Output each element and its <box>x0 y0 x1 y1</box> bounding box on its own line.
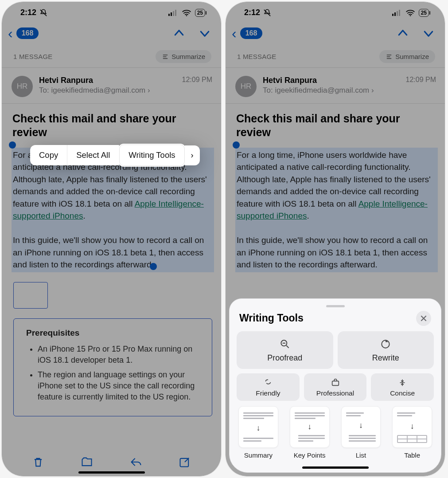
table-icon <box>397 435 427 443</box>
screenshot-right: 2:12 25 ‹ 168 1 MESSAGE Summarize HR Het <box>226 2 445 476</box>
message-body[interactable]: For a long time, iPhone users worldwide … <box>12 148 214 417</box>
proofread-button[interactable]: Proofread <box>237 331 333 369</box>
summarize-button[interactable]: Summarize <box>379 50 435 63</box>
table-label: Table <box>404 451 420 459</box>
wifi-icon <box>405 9 415 16</box>
back-button[interactable]: ‹ <box>232 26 237 40</box>
friendly-icon <box>263 378 273 388</box>
list-button[interactable]: ↓ List <box>341 406 381 459</box>
to-prefix: To: <box>39 86 51 94</box>
writing-tools-menu-item[interactable]: Writing Tools <box>119 145 184 166</box>
summary-button[interactable]: ↓ Summary <box>238 406 278 459</box>
list-label: List <box>356 451 366 459</box>
briefcase-icon <box>331 378 340 388</box>
prereq-title: Prerequisites <box>26 327 204 339</box>
proofread-label: Proofread <box>267 353 302 363</box>
concise-button[interactable]: Concise <box>371 373 434 401</box>
battery-icon: 25 <box>195 9 205 17</box>
professional-label: Professional <box>316 389 354 397</box>
rewrite-button[interactable]: Rewrite <box>338 331 434 369</box>
sender-row[interactable]: HR Hetvi Ranpura 12:09 PM To: igeekified… <box>226 68 445 104</box>
clock: 2:12 <box>244 8 260 17</box>
message-count-label: 1 MESSAGE <box>13 53 53 60</box>
recipient-row[interactable]: To: igeekifiedmedia@gmail.com › <box>263 86 436 95</box>
professional-button[interactable]: Professional <box>304 373 367 401</box>
summarize-label: Summarize <box>395 53 429 60</box>
next-message-button[interactable] <box>422 27 435 40</box>
key-points-button[interactable]: ↓ Key Points <box>290 406 330 459</box>
selection-end-handle[interactable] <box>150 263 157 270</box>
home-indicator[interactable] <box>302 466 369 469</box>
summary-label: Summary <box>244 451 273 459</box>
rewrite-icon <box>380 338 391 350</box>
svg-rect-6 <box>392 14 393 16</box>
to-email: igeekifiedmedia@gmail.com <box>51 86 145 94</box>
concise-label: Concise <box>390 389 415 397</box>
move-button[interactable] <box>80 456 93 468</box>
summarize-label: Summarize <box>171 53 205 60</box>
avatar: HR <box>12 76 33 97</box>
subject: Check this mail and share your review <box>226 104 445 140</box>
image-placeholder <box>13 282 48 309</box>
sender-time: 12:09 PM <box>406 76 436 85</box>
cellular-icon <box>392 10 402 16</box>
selection-start-handle[interactable] <box>233 141 240 149</box>
summarize-icon <box>386 53 393 60</box>
message-body[interactable]: For a long time, iPhone users worldwide … <box>235 148 438 272</box>
compose-button[interactable] <box>179 456 191 468</box>
inbox-count-badge[interactable]: 168 <box>16 27 39 39</box>
more-menu-item[interactable]: › <box>185 145 200 165</box>
list-item: An iPhone 15 Pro or 15 Pro Max running o… <box>38 344 204 366</box>
svg-rect-3 <box>175 10 176 16</box>
key-points-label: Key Points <box>294 451 326 459</box>
reply-button[interactable] <box>129 456 143 468</box>
nav-bar: ‹ 168 <box>2 19 221 44</box>
next-message-button[interactable] <box>198 27 211 40</box>
writing-tools-sheet: Writing Tools Proofread Rewrite Friendly <box>229 298 441 473</box>
select-all-menu-item[interactable]: Select All <box>67 145 119 165</box>
subject: Check this mail and share your review <box>2 104 221 140</box>
home-indicator[interactable] <box>78 471 145 474</box>
svg-point-4 <box>186 15 187 16</box>
svg-rect-8 <box>397 11 398 16</box>
prev-message-button[interactable] <box>172 27 186 40</box>
silent-icon <box>263 8 272 17</box>
to-prefix: To: <box>263 86 275 94</box>
summarize-button[interactable]: Summarize <box>156 50 211 63</box>
thread-header: 1 MESSAGE Summarize <box>2 44 221 68</box>
trash-button[interactable] <box>32 456 44 468</box>
clock: 2:12 <box>20 8 36 17</box>
sender-time: 12:09 PM <box>182 76 212 85</box>
sender-name: Hetvi Ranpura <box>263 76 317 85</box>
to-email: igeekifiedmedia@gmail.com <box>275 86 369 94</box>
svg-rect-1 <box>171 12 172 16</box>
friendly-label: Friendly <box>256 389 280 397</box>
prerequisites-box: Prerequisites An iPhone 15 Pro or 15 Pro… <box>13 318 212 416</box>
sheet-grabber[interactable] <box>326 305 345 307</box>
nav-bar: ‹ 168 <box>226 19 445 44</box>
svg-rect-0 <box>168 14 170 16</box>
sender-name: Hetvi Ranpura <box>39 76 93 85</box>
svg-point-10 <box>409 15 410 16</box>
svg-rect-9 <box>399 10 400 16</box>
inbox-count-badge[interactable]: 168 <box>240 27 263 39</box>
svg-rect-2 <box>173 11 174 16</box>
sender-row[interactable]: HR Hetvi Ranpura 12:09 PM To: igeekified… <box>2 68 221 104</box>
back-button[interactable]: ‹ <box>8 26 13 40</box>
close-icon <box>421 315 427 321</box>
body-para-2: In this guide, we'll show you how to rec… <box>237 235 428 269</box>
friendly-button[interactable]: Friendly <box>237 373 300 401</box>
summarize-icon <box>162 53 169 60</box>
battery-icon: 25 <box>419 9 429 17</box>
close-button[interactable] <box>416 311 431 326</box>
prev-message-button[interactable] <box>396 27 409 40</box>
body-para-2: In this guide, we'll show you how to rec… <box>13 235 204 269</box>
selection-start-handle[interactable] <box>9 141 16 149</box>
copy-menu-item[interactable]: Copy <box>30 145 67 165</box>
table-button[interactable]: ↓ Table <box>392 406 432 459</box>
svg-rect-13 <box>332 381 339 385</box>
message-count-label: 1 MESSAGE <box>237 53 277 60</box>
bottom-toolbar <box>2 456 221 468</box>
concise-icon <box>397 378 407 388</box>
recipient-row[interactable]: To: igeekifiedmedia@gmail.com › <box>39 86 212 95</box>
